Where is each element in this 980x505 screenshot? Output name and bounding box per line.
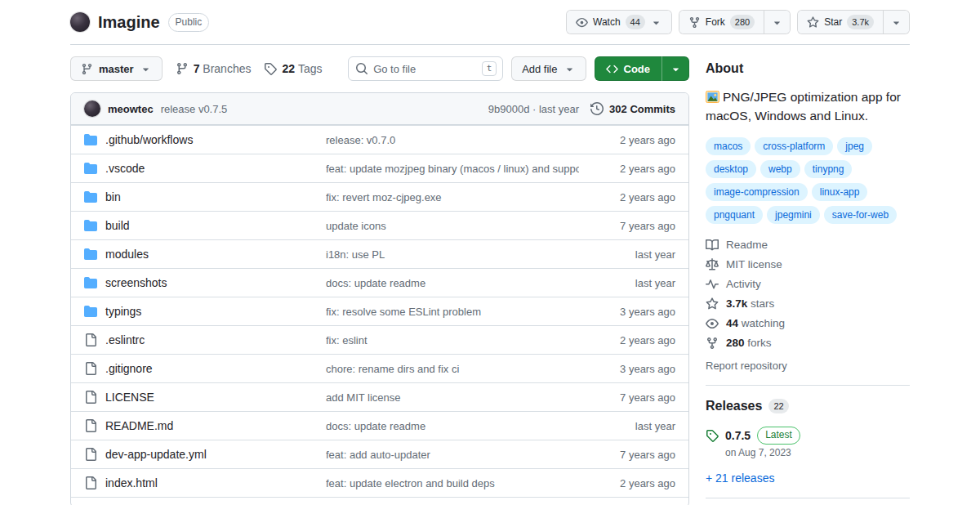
file-commit-time[interactable]: 2 years ago [579,191,675,203]
file-commit-time[interactable]: last year [579,420,675,432]
tags-link[interactable]: 22 Tags [264,62,322,75]
watch-button[interactable]: Watch 44 [567,11,671,34]
code-button[interactable]: Code [595,56,662,81]
forks-link[interactable]: 280 forks [706,333,910,353]
star-dropdown-button[interactable] [883,11,909,34]
star-count: 3.7k [847,15,874,29]
table-row: .gitignore chore: rename dirs and fix ci… [71,354,688,382]
file-icon [84,362,97,375]
file-commit-time[interactable]: 7 years ago [579,220,675,232]
topic-tag[interactable]: webp [760,160,800,178]
file-commit-message[interactable]: docs: update readme [326,420,579,432]
file-commit-message[interactable]: fix: revert moz-cjpeg.exe [326,191,579,203]
activity-label: Activity [726,278,761,290]
release-date: on Aug 7, 2023 [725,447,910,458]
file-commit-time[interactable]: 3 years ago [579,306,675,318]
fork-dropdown-button[interactable] [764,11,790,34]
file-commit-message[interactable]: fix: resolve some ESLint problem [326,306,579,318]
code-dropdown-button[interactable] [662,56,689,81]
topic-tag[interactable]: tinypng [804,160,853,178]
file-commit-message[interactable]: docs: update readme [326,277,579,289]
topic-tag[interactable]: desktop [706,160,756,178]
report-repository-link[interactable]: Report repository [706,360,910,372]
more-releases-link[interactable]: + 21 releases [706,471,910,485]
repo-description: PNG/JPEG optimization app for macOS, Win… [706,87,910,126]
file-name-link[interactable]: .eslintrc [84,333,326,346]
file-name-link[interactable]: index.html [84,476,326,489]
eye-icon [706,317,719,330]
watching-link[interactable]: 44 watching [706,314,910,333]
commit-author-avatar[interactable] [84,101,100,117]
file-commit-time[interactable]: 2 years ago [579,334,675,346]
table-row: .github/workflows release: v0.7.0 2 year… [71,125,688,154]
folder-icon [84,248,97,261]
topic-tag[interactable]: cross-platform [755,137,833,155]
file-name-link[interactable]: .github/workflows [84,133,326,146]
file-commit-message[interactable]: i18n: use PL [326,248,579,261]
fork-button[interactable]: Fork 280 [679,11,764,34]
license-link[interactable]: MIT license [706,255,910,275]
file-name-link[interactable]: modules [84,248,326,261]
file-commit-time[interactable]: last year [579,277,675,289]
file-commit-time[interactable]: 2 years ago [579,134,675,146]
topic-tag[interactable]: save-for-web [824,206,897,224]
code-button-group: Code [595,56,690,81]
file-commit-time[interactable]: 2 years ago [579,477,675,489]
repo-title[interactable]: Imagine [98,13,160,32]
file-commit-message[interactable]: fix: eslint [326,334,579,346]
file-commit-message[interactable]: chore: rename dirs and fix ci [326,363,579,375]
commit-message[interactable]: release v0.7.5 [161,103,228,115]
file-commit-time[interactable]: 7 years ago [579,391,675,404]
file-commit-message[interactable]: feat: update electron and build deps [326,477,579,489]
commit-sha-time[interactable]: 9b9000d · last year [488,103,579,115]
topic-tag[interactable]: linux-app [812,183,868,201]
stars-link[interactable]: 3.7k stars [706,294,910,314]
releases-heading[interactable]: Releases 22 [706,399,910,413]
branch-selector-button[interactable]: master [70,56,163,81]
commit-history-link[interactable]: 302 Commits [590,102,675,115]
topic-tag[interactable]: macos [706,137,751,155]
table-row: .eslintrc fix: eslint 2 years ago [71,325,688,354]
watch-button-group: Watch 44 [566,10,672,34]
commit-author[interactable]: meowtec [108,103,154,115]
file-commit-message[interactable]: release: v0.7.0 [326,134,579,146]
file-name-link[interactable]: dev-app-update.yml [84,448,326,461]
latest-badge[interactable]: Latest [757,427,800,445]
topic-tag[interactable]: image-compression [706,183,808,201]
file-name-link[interactable]: build [84,219,326,232]
sidebar-divider [706,498,910,498]
file-commit-message[interactable]: update icons [326,220,579,232]
goto-file-input[interactable] [348,56,503,81]
activity-link[interactable]: Activity [706,275,910,294]
topic-tag[interactable]: pngquant [706,206,763,224]
file-name-link[interactable]: .gitignore [84,362,326,375]
file-commit-time[interactable]: 7 years ago [579,449,675,461]
file-commit-message[interactable]: feat: update mozjpeg binary (macos / lin… [326,163,579,175]
file-icon [84,391,97,404]
readme-link[interactable]: Readme [706,235,910,255]
file-commit-message[interactable]: feat: add auto-updater [326,449,579,461]
forks-label: 280 forks [726,337,772,349]
star-button[interactable]: Star 3.7k [798,11,883,34]
repo-owner-avatar[interactable] [70,12,90,32]
file-name-link[interactable]: typings [84,305,326,318]
file-commit-message[interactable]: add MIT license [326,391,579,404]
file-commit-time[interactable]: last year [579,248,675,261]
add-file-label: Add file [522,63,557,75]
toolbar-right: t Add file Code [348,56,689,81]
branches-link[interactable]: 7 Branches [176,62,252,75]
add-file-button[interactable]: Add file [511,56,586,81]
file-name-link[interactable]: README.md [84,419,326,432]
chevron-down-icon [140,63,152,75]
file-name-link[interactable]: screenshots [84,276,326,289]
file-name-link[interactable]: LICENSE [84,391,326,404]
file-commit-time[interactable]: 3 years ago [579,363,675,375]
release-version-link[interactable]: 0.7.5 [725,429,751,442]
topic-tag[interactable]: jpeg [837,137,872,155]
file-commit-time[interactable]: 2 years ago [579,163,675,175]
star-button-group: Star 3.7k [797,10,910,34]
table-row [71,497,688,505]
file-name-link[interactable]: bin [84,190,326,203]
file-name-link[interactable]: .vscode [84,162,326,175]
topic-tag[interactable]: jpegmini [767,206,820,224]
